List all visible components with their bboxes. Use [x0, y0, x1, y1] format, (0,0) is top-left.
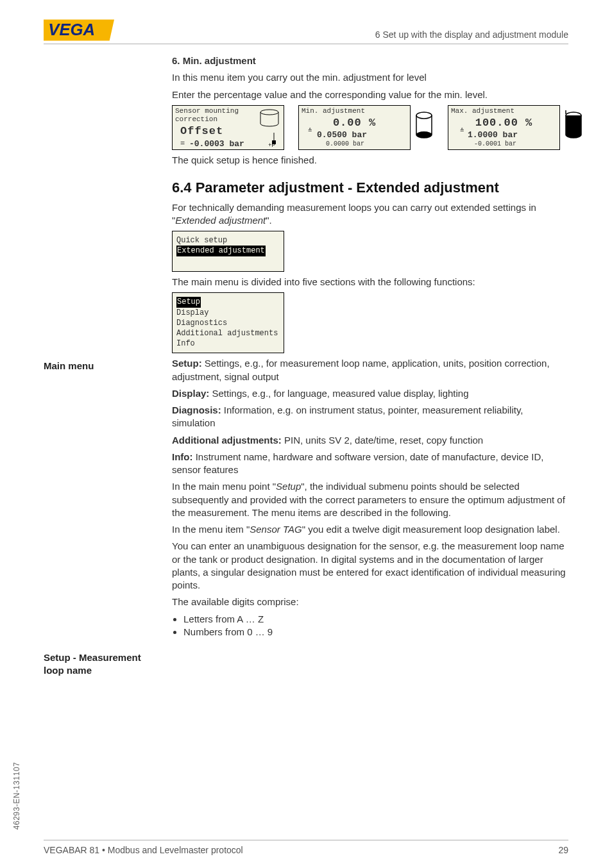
- header-section-label: 6 Set up with the display and adjustment…: [375, 29, 568, 41]
- lcd-min: Min. adjustment 0.00 % ≙ 0.0500 bar 0.00…: [298, 105, 411, 150]
- main-menu-intro: The main menu is divided into five secti…: [172, 276, 568, 288]
- desc-display: Display: Settings, e.g., for language, m…: [172, 387, 568, 400]
- setup-meas-p3: The available digits comprise:: [172, 596, 568, 608]
- svg-text:VEGA: VEGA: [48, 21, 95, 38]
- desc-info: Info: Instrument name, hardware and soft…: [172, 451, 568, 477]
- svg-text:+P: +P: [268, 142, 275, 148]
- tank-outline-icon: [258, 108, 281, 131]
- svg-point-2: [260, 110, 278, 115]
- tank-low-icon: [414, 110, 434, 145]
- min-adj-heading: 6. Min. adjustment: [172, 54, 568, 67]
- digits-list: Letters from A … Z Numbers from 0 … 9: [183, 613, 568, 639]
- section-6-4-intro: For technically demanding measurement lo…: [172, 201, 568, 228]
- lcd-row: Sensor mounting correction Offset = -0.0…: [172, 105, 568, 150]
- quick-setup-finished: The quick setup is hence finished.: [172, 154, 568, 167]
- desc-additional: Additional adjustments: PIN, units SV 2,…: [172, 434, 568, 447]
- svg-point-6: [416, 112, 432, 119]
- lcd-extended-adjustment: Quick setup Extended adjustment: [172, 231, 284, 272]
- desc-diagnosis: Diagnosis: Information, e.g. on instrume…: [172, 404, 568, 430]
- section-6-4-title: 6.4 Parameter adjustment - Extended adju…: [172, 178, 568, 197]
- doc-number-vertical: 46293-EN-131107: [12, 762, 22, 830]
- setup-meas-p2: You can enter an unambiguous designation…: [172, 540, 568, 592]
- lcd-main-menu: Setup Display Diagnostics Additional adj…: [172, 292, 284, 353]
- min-adj-line2: Enter the percentage value and the corre…: [172, 88, 568, 101]
- desc-closing: In the main menu point "Setup", the indi…: [172, 480, 568, 519]
- list-item: Numbers from 0 … 9: [183, 626, 568, 638]
- sensor-icon: +P: [268, 133, 280, 148]
- setup-meas-p1: In the menu item "Sensor TAG" you edit a…: [172, 523, 568, 536]
- desc-setup: Setup: Settings, e.g., for measurement l…: [172, 357, 568, 383]
- tank-full-icon: [564, 110, 583, 145]
- min-adj-line1: In this menu item you carry out the min.…: [172, 71, 568, 84]
- lcd-offset: Sensor mounting correction Offset = -0.0…: [172, 105, 284, 150]
- sidebar-main-menu: Main menu: [44, 360, 162, 372]
- page-footer: VEGABAR 81 • Modbus and Levelmaster prot…: [44, 840, 568, 856]
- sidebar-setup-measurement: Setup - Measurement loop name: [44, 651, 162, 678]
- lcd-max: Max. adjustment 100.00 % ≙ 1.0000 bar -0…: [448, 105, 560, 150]
- list-item: Letters from A … Z: [183, 613, 568, 626]
- page-header: VEGA 6 Set up with the display and adjus…: [44, 19, 568, 44]
- footer-page-number: 29: [558, 844, 568, 856]
- footer-left: VEGABAR 81 • Modbus and Levelmaster prot…: [44, 844, 243, 856]
- vega-logo: VEGA: [44, 19, 114, 41]
